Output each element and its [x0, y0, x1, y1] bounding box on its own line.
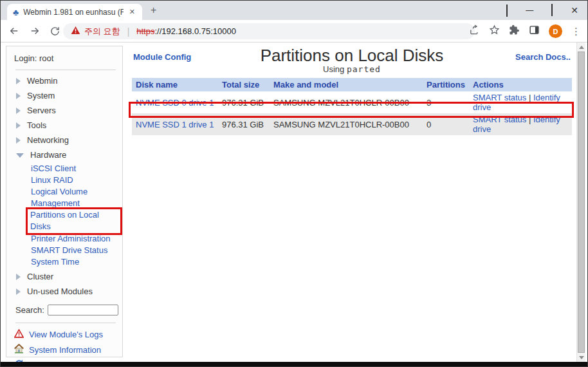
column-header-disk-name: Disk name — [132, 78, 218, 91]
new-tab-button[interactable]: + — [151, 5, 156, 16]
disk-name-link[interactable]: NVME SSD 1 drive 1 — [136, 120, 214, 129]
sidebar-item-partitions-wrap: Partitions on Local Disks — [31, 209, 122, 233]
smart-status-link[interactable]: SMART status — [473, 93, 526, 102]
share-icon[interactable] — [469, 24, 480, 38]
sidebar-category-networking[interactable]: Networking — [14, 133, 122, 147]
main-content: Module Config Search Docs.. Partitions o… — [127, 42, 577, 362]
webmin-sidebar: Login: root Webmin System Servers Tools … — [6, 46, 123, 357]
scroll-down-icon[interactable] — [577, 353, 586, 362]
actions-cell: SMART status | Identify drive — [469, 113, 572, 135]
column-header-make-model: Make and model — [270, 78, 423, 91]
tab-close-icon[interactable]: ✕ — [128, 8, 136, 16]
chevron-right-icon — [16, 108, 21, 114]
chevron-right-icon — [16, 274, 21, 280]
browser-menu-icon[interactable]: ⋮ — [571, 26, 581, 37]
chevron-right-icon — [16, 78, 21, 84]
chevron-down-icon — [16, 153, 24, 158]
url-scheme: https — [136, 26, 154, 36]
column-header-total-size: Total size — [218, 78, 270, 91]
url-bar[interactable]: 주의 요함 | https://192.168.0.75:10000 — [63, 23, 475, 39]
browser-tab[interactable]: ♣ Webmin 1.981 on eunhasu (Fed ✕ — [7, 4, 142, 20]
table-row-disk-1: NVME SSD 1 drive 1 976.31 GiB SAMSUNG MZ… — [132, 113, 572, 135]
window-bottom-edge — [1, 362, 587, 366]
browser-toolbar: 주의 요함 | https://192.168.0.75:10000 D ⋮ — [1, 20, 587, 42]
page-viewport: Login: root Webmin System Servers Tools … — [1, 42, 587, 362]
partitions-cell: 0 — [423, 113, 469, 135]
view-module-logs-link[interactable]: View Module's Logs — [14, 326, 122, 342]
page-title: Partitions on Local Disks — [127, 42, 577, 64]
side-panel-icon[interactable] — [529, 24, 540, 38]
sidebar-category-system[interactable]: System — [14, 88, 122, 103]
window-close-button[interactable]: ✕ — [571, 5, 578, 15]
window-minimize-button[interactable]: — — [526, 6, 533, 15]
column-header-partitions: Partitions — [423, 78, 469, 91]
sidebar-divider — [15, 70, 116, 70]
sidebar-category-unused-modules[interactable]: Un-used Modules — [14, 284, 122, 299]
sidebar-category-webmin[interactable]: Webmin — [14, 73, 122, 88]
parted-command-text: parted — [347, 64, 381, 74]
chevron-right-icon — [16, 93, 21, 99]
url-host: ://192.168.0.75:10000 — [154, 26, 236, 36]
bookmark-star-icon[interactable] — [489, 24, 500, 38]
chevron-right-icon — [16, 137, 21, 144]
extensions-puzzle-icon[interactable] — [509, 24, 520, 38]
sidebar-item-linux-raid[interactable]: Linux RAID — [31, 174, 122, 186]
module-config-link[interactable]: Module Config — [133, 52, 191, 62]
page-subtitle: Using parted — [127, 64, 577, 74]
scrollbar-thumb[interactable] — [578, 52, 585, 353]
search-label: Search: — [15, 305, 44, 315]
sidebar-item-smart-drive-status[interactable]: SMART Drive Status — [31, 245, 122, 256]
sidebar-item-lvm[interactable]: Logical Volume Management — [31, 186, 122, 209]
system-information-link[interactable]: System Information — [14, 342, 122, 357]
search-input[interactable] — [48, 305, 118, 315]
scroll-up-icon[interactable] — [577, 42, 586, 52]
tab-title: Webmin 1.981 on eunhasu (Fed — [23, 8, 124, 17]
reload-icon[interactable] — [50, 26, 60, 37]
warning-triangle-icon — [14, 329, 24, 340]
table-header-row: Disk name Total size Make and model Part… — [132, 78, 572, 91]
action-separator: | — [526, 93, 533, 102]
disks-table: Disk name Total size Make and model Part… — [132, 78, 572, 135]
webmin-favicon-icon: ♣ — [13, 8, 19, 17]
security-warning-icon[interactable] — [71, 26, 80, 37]
hardware-submenu: iSCSI Client Linux RAID Logical Volume M… — [14, 163, 122, 268]
make-model-cell: SAMSUNG MZVL21T0HCLR-00B00 — [270, 91, 423, 113]
window-chevron-icon[interactable] — [506, 5, 508, 16]
window-maximize-button[interactable] — [551, 5, 553, 16]
chevron-right-icon — [16, 288, 21, 295]
sidebar-category-tools[interactable]: Tools — [14, 118, 122, 133]
browser-titlebar: ♣ Webmin 1.981 on eunhasu (Fed ✕ + — ✕ — [1, 1, 587, 20]
table-row-disk-0: NVME SSD 0 drive 1 976.31 GiB SAMSUNG MZ… — [132, 91, 572, 113]
sidebar-item-iscsi-client[interactable]: iSCSI Client — [31, 163, 122, 174]
total-size-cell: 976.31 GiB — [218, 91, 270, 113]
sidebar-category-servers[interactable]: Servers — [14, 103, 122, 118]
sidebar-category-cluster[interactable]: Cluster — [14, 269, 122, 284]
disk-name-link[interactable]: NVME SSD 0 drive 1 — [136, 98, 214, 108]
highlight-annotation: Partitions on Local Disks — [26, 207, 122, 235]
actions-cell: SMART status | Identify drive — [469, 91, 572, 113]
column-header-actions: Actions — [469, 78, 572, 91]
sidebar-divider — [15, 323, 116, 323]
forward-icon[interactable] — [29, 25, 41, 37]
url-divider: | — [127, 26, 130, 37]
sidebar-item-printer-administration[interactable]: Printer Administration — [31, 233, 122, 245]
back-icon[interactable] — [8, 25, 20, 37]
sidebar-item-partitions-on-local-disks[interactable]: Partitions on Local Disks — [30, 210, 99, 231]
sidebar-category-hardware[interactable]: Hardware — [14, 147, 122, 162]
sidebar-item-system-time[interactable]: System Time — [31, 256, 122, 268]
vertical-scrollbar[interactable] — [576, 42, 585, 362]
action-separator: | — [526, 115, 533, 124]
search-docs-link[interactable]: Search Docs.. — [515, 52, 571, 62]
browser-window: ♣ Webmin 1.981 on eunhasu (Fed ✕ + — ✕ — [0, 0, 588, 367]
login-status: Login: root — [14, 53, 122, 64]
make-model-cell: SAMSUNG MZVL21T0HCLR-00B00 — [270, 113, 423, 135]
chevron-right-icon — [16, 122, 21, 129]
total-size-cell: 976.31 GiB — [218, 113, 270, 135]
profile-avatar[interactable]: D — [549, 24, 562, 38]
partitions-cell: 3 — [423, 91, 469, 113]
home-icon — [14, 344, 24, 355]
smart-status-link[interactable]: SMART status — [473, 115, 526, 124]
security-warning-text: 주의 요함 — [84, 26, 120, 37]
url-text: https://192.168.0.75:10000 — [136, 26, 236, 36]
